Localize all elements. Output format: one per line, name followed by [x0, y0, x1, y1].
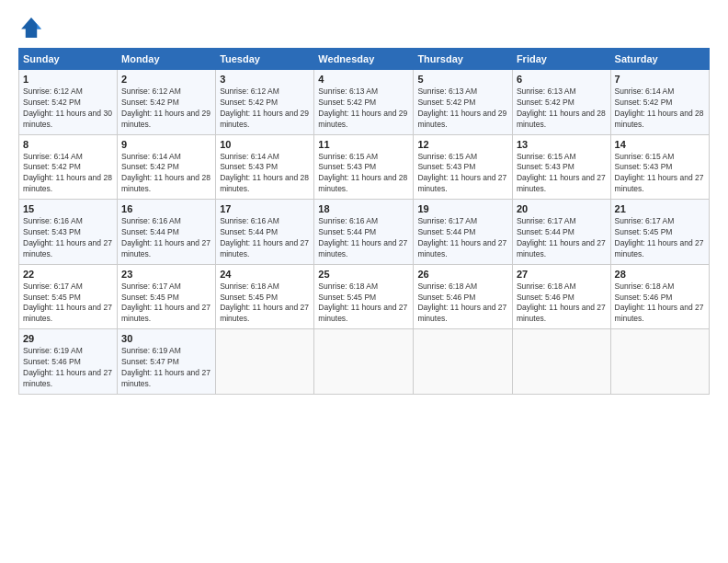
calendar-cell: [414, 329, 513, 395]
calendar-cell: 14 Sunrise: 6:15 AM Sunset: 5:43 PM Dayl…: [610, 134, 709, 200]
calendar-cell: 4 Sunrise: 6:13 AM Sunset: 5:42 PM Dayli…: [314, 70, 414, 135]
day-number: 27: [517, 269, 607, 280]
day-info: Sunrise: 6:12 AM Sunset: 5:42 PM Dayligh…: [23, 86, 113, 131]
day-info: Sunrise: 6:18 AM Sunset: 5:46 PM Dayligh…: [417, 282, 508, 326]
day-number: 6: [517, 74, 607, 85]
day-info: Sunrise: 6:15 AM Sunset: 5:43 PM Dayligh…: [417, 152, 508, 196]
day-number: 25: [318, 269, 409, 280]
day-info: Sunrise: 6:16 AM Sunset: 5:44 PM Dayligh…: [121, 216, 211, 260]
day-info: Sunrise: 6:14 AM Sunset: 5:42 PM Dayligh…: [23, 152, 113, 196]
day-info: Sunrise: 6:13 AM Sunset: 5:42 PM Dayligh…: [417, 86, 508, 131]
calendar-cell: 23 Sunrise: 6:17 AM Sunset: 5:45 PM Dayl…: [118, 264, 216, 329]
calendar-cell: 25 Sunrise: 6:18 AM Sunset: 5:45 PM Dayl…: [314, 264, 414, 329]
calendar-cell: 20 Sunrise: 6:17 AM Sunset: 5:44 PM Dayl…: [512, 200, 610, 265]
day-info: Sunrise: 6:14 AM Sunset: 5:42 PM Dayligh…: [615, 86, 705, 131]
day-info: Sunrise: 6:14 AM Sunset: 5:43 PM Dayligh…: [220, 152, 310, 196]
day-number: 5: [417, 74, 508, 85]
calendar-cell: 18 Sunrise: 6:16 AM Sunset: 5:44 PM Dayl…: [314, 200, 414, 265]
day-info: Sunrise: 6:17 AM Sunset: 5:45 PM Dayligh…: [615, 216, 705, 260]
day-number: 17: [220, 203, 310, 214]
day-number: 30: [121, 333, 211, 344]
day-info: Sunrise: 6:14 AM Sunset: 5:42 PM Dayligh…: [121, 152, 211, 196]
calendar-cell: [610, 329, 709, 395]
day-number: 15: [23, 203, 113, 214]
weekday-header-tuesday: Tuesday: [216, 49, 314, 70]
day-number: 14: [615, 139, 705, 150]
day-info: Sunrise: 6:19 AM Sunset: 5:46 PM Dayligh…: [23, 346, 113, 390]
weekday-header-wednesday: Wednesday: [314, 49, 414, 70]
day-info: Sunrise: 6:15 AM Sunset: 5:43 PM Dayligh…: [615, 152, 705, 196]
calendar-cell: 17 Sunrise: 6:16 AM Sunset: 5:44 PM Dayl…: [216, 200, 314, 265]
day-number: 23: [121, 269, 211, 280]
day-number: 22: [23, 269, 113, 280]
day-number: 8: [23, 139, 113, 150]
weekday-header-saturday: Saturday: [610, 49, 709, 70]
calendar-cell: 6 Sunrise: 6:13 AM Sunset: 5:42 PM Dayli…: [512, 70, 610, 135]
day-info: Sunrise: 6:18 AM Sunset: 5:46 PM Dayligh…: [517, 282, 607, 326]
calendar-cell: 8 Sunrise: 6:14 AM Sunset: 5:42 PM Dayli…: [19, 134, 118, 200]
day-info: Sunrise: 6:17 AM Sunset: 5:44 PM Dayligh…: [417, 216, 508, 260]
day-info: Sunrise: 6:12 AM Sunset: 5:42 PM Dayligh…: [121, 86, 211, 131]
calendar-cell: 5 Sunrise: 6:13 AM Sunset: 5:42 PM Dayli…: [414, 70, 513, 135]
day-number: 11: [318, 139, 409, 150]
page: SundayMondayTuesdayWednesdayThursdayFrid…: [0, 0, 728, 563]
day-info: Sunrise: 6:16 AM Sunset: 5:44 PM Dayligh…: [220, 216, 310, 260]
calendar-cell: 7 Sunrise: 6:14 AM Sunset: 5:42 PM Dayli…: [610, 70, 709, 135]
calendar-week-row: 29 Sunrise: 6:19 AM Sunset: 5:46 PM Dayl…: [19, 329, 710, 395]
day-info: Sunrise: 6:17 AM Sunset: 5:45 PM Dayligh…: [121, 282, 211, 326]
calendar-cell: 11 Sunrise: 6:15 AM Sunset: 5:43 PM Dayl…: [314, 134, 414, 200]
calendar-cell: 1 Sunrise: 6:12 AM Sunset: 5:42 PM Dayli…: [19, 70, 118, 135]
day-number: 7: [615, 74, 705, 85]
day-info: Sunrise: 6:15 AM Sunset: 5:43 PM Dayligh…: [517, 152, 607, 196]
calendar-cell: 9 Sunrise: 6:14 AM Sunset: 5:42 PM Dayli…: [118, 134, 216, 200]
day-info: Sunrise: 6:17 AM Sunset: 5:44 PM Dayligh…: [517, 216, 607, 260]
calendar-cell: 12 Sunrise: 6:15 AM Sunset: 5:43 PM Dayl…: [414, 134, 513, 200]
calendar-cell: 15 Sunrise: 6:16 AM Sunset: 5:43 PM Dayl…: [19, 200, 118, 265]
day-number: 21: [615, 203, 705, 214]
weekday-header-row: SundayMondayTuesdayWednesdayThursdayFrid…: [19, 49, 710, 70]
day-number: 9: [121, 139, 211, 150]
weekday-header-sunday: Sunday: [19, 49, 118, 70]
calendar-cell: 24 Sunrise: 6:18 AM Sunset: 5:45 PM Dayl…: [216, 264, 314, 329]
calendar-week-row: 15 Sunrise: 6:16 AM Sunset: 5:43 PM Dayl…: [19, 200, 710, 265]
day-info: Sunrise: 6:13 AM Sunset: 5:42 PM Dayligh…: [517, 86, 607, 131]
weekday-header-friday: Friday: [512, 49, 610, 70]
calendar-cell: 3 Sunrise: 6:12 AM Sunset: 5:42 PM Dayli…: [216, 70, 314, 135]
day-number: 1: [23, 74, 113, 85]
calendar-cell: 13 Sunrise: 6:15 AM Sunset: 5:43 PM Dayl…: [512, 134, 610, 200]
day-number: 28: [615, 269, 705, 280]
calendar-week-row: 1 Sunrise: 6:12 AM Sunset: 5:42 PM Dayli…: [19, 70, 710, 135]
day-number: 10: [220, 139, 310, 150]
day-info: Sunrise: 6:16 AM Sunset: 5:44 PM Dayligh…: [318, 216, 409, 260]
day-number: 2: [121, 74, 211, 85]
day-number: 20: [517, 203, 607, 214]
day-number: 12: [417, 139, 508, 150]
calendar-cell: 26 Sunrise: 6:18 AM Sunset: 5:46 PM Dayl…: [414, 264, 513, 329]
calendar-cell: 29 Sunrise: 6:19 AM Sunset: 5:46 PM Dayl…: [19, 329, 118, 395]
calendar-cell: 16 Sunrise: 6:16 AM Sunset: 5:44 PM Dayl…: [118, 200, 216, 265]
calendar-week-row: 22 Sunrise: 6:17 AM Sunset: 5:45 PM Dayl…: [19, 264, 710, 329]
calendar-cell: 30 Sunrise: 6:19 AM Sunset: 5:47 PM Dayl…: [118, 329, 216, 395]
weekday-header-thursday: Thursday: [414, 49, 513, 70]
day-number: 13: [517, 139, 607, 150]
calendar-cell: [512, 329, 610, 395]
day-info: Sunrise: 6:18 AM Sunset: 5:45 PM Dayligh…: [220, 282, 310, 326]
day-number: 4: [318, 74, 409, 85]
day-number: 26: [417, 269, 508, 280]
calendar-cell: 28 Sunrise: 6:18 AM Sunset: 5:46 PM Dayl…: [610, 264, 709, 329]
calendar-cell: 27 Sunrise: 6:18 AM Sunset: 5:46 PM Dayl…: [512, 264, 610, 329]
day-info: Sunrise: 6:13 AM Sunset: 5:42 PM Dayligh…: [318, 86, 409, 131]
calendar-cell: [216, 329, 314, 395]
day-info: Sunrise: 6:15 AM Sunset: 5:43 PM Dayligh…: [318, 152, 409, 196]
day-info: Sunrise: 6:16 AM Sunset: 5:43 PM Dayligh…: [23, 216, 113, 260]
day-info: Sunrise: 6:18 AM Sunset: 5:45 PM Dayligh…: [318, 282, 409, 326]
calendar-cell: 2 Sunrise: 6:12 AM Sunset: 5:42 PM Dayli…: [118, 70, 216, 135]
header: [18, 15, 710, 40]
calendar-week-row: 8 Sunrise: 6:14 AM Sunset: 5:42 PM Dayli…: [19, 134, 710, 200]
day-number: 18: [318, 203, 409, 214]
calendar-table: SundayMondayTuesdayWednesdayThursdayFrid…: [18, 48, 710, 395]
logo-icon: [18, 15, 44, 40]
day-info: Sunrise: 6:18 AM Sunset: 5:46 PM Dayligh…: [615, 282, 705, 326]
calendar-cell: 22 Sunrise: 6:17 AM Sunset: 5:45 PM Dayl…: [19, 264, 118, 329]
calendar-cell: 19 Sunrise: 6:17 AM Sunset: 5:44 PM Dayl…: [414, 200, 513, 265]
